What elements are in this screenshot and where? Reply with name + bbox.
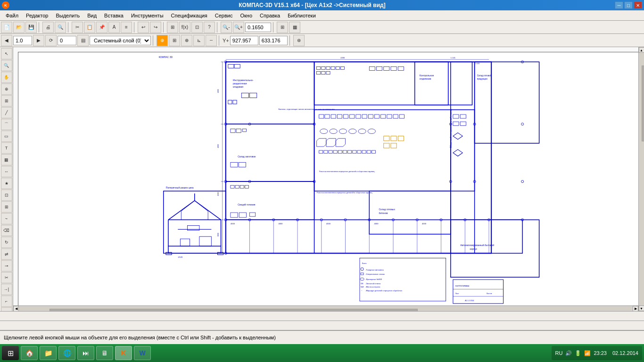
text-tool[interactable]: T xyxy=(1,142,12,154)
menu-tools[interactable]: Инструменты xyxy=(127,12,167,19)
erase-tool[interactable]: ⌫ xyxy=(1,225,12,236)
save-button[interactable]: 💾 xyxy=(25,22,37,33)
coord-x-input[interactable] xyxy=(230,36,258,45)
menu-insert[interactable]: Вставка xyxy=(100,12,127,19)
coord-y-label: Y+ xyxy=(223,38,229,43)
select-tool[interactable]: ↖ xyxy=(1,48,12,59)
zoom-minus[interactable]: 🔍- xyxy=(221,22,232,33)
volume-icon[interactable]: 🔊 xyxy=(565,350,572,356)
svg-text:-Заточной станок: -Заточной станок xyxy=(365,282,380,285)
taskbar-home[interactable]: 🏠 xyxy=(21,346,38,360)
scale-input[interactable] xyxy=(13,36,32,45)
copy-button[interactable]: 📋 xyxy=(84,22,95,33)
menu-select[interactable]: Выделить xyxy=(52,12,83,19)
rotate-tool[interactable]: ↻ xyxy=(1,237,12,248)
grid-tool[interactable]: ⊞ xyxy=(1,95,12,107)
zoom-plus[interactable]: 🔍+ xyxy=(233,22,244,33)
angle-btn[interactable]: ⟳ xyxy=(45,35,57,46)
scroll-thumb-h[interactable] xyxy=(50,309,418,312)
scroll-thumb-v[interactable] xyxy=(642,66,644,141)
snap-grid[interactable]: ⊞ xyxy=(277,22,288,33)
menu-help[interactable]: Справка xyxy=(256,12,284,19)
vertical-scrollbar[interactable]: ▲ ▼ xyxy=(638,47,644,311)
scroll-left-arrow[interactable]: ◀ xyxy=(13,306,19,312)
taskbar-chrome[interactable]: 🌐 xyxy=(58,346,75,360)
props-button[interactable]: ≡ xyxy=(121,22,132,33)
signal-icon: 📶 xyxy=(584,350,591,356)
menu-service[interactable]: Сервис xyxy=(211,12,237,19)
scroll-up-arrow[interactable]: ▲ xyxy=(639,47,644,53)
symbol-tool[interactable]: ★ xyxy=(1,178,12,189)
help-btn[interactable]: ? xyxy=(204,22,215,33)
zoom-tool[interactable]: 🔍 xyxy=(1,60,12,71)
svg-text:3000: 3000 xyxy=(217,233,219,237)
line-tool[interactable]: ╱ xyxy=(1,107,12,118)
drawing-canvas[interactable]: КОМПАС 3D 2200 1.141 Поперечный разрез ц… xyxy=(18,52,639,306)
menu-view[interactable]: Вид xyxy=(83,12,100,19)
horizontal-scrollbar[interactable]: ◀ ▶ xyxy=(13,305,638,311)
canvas-area[interactable]: КОМПАС 3D 2200 1.141 Поперечный разрез ц… xyxy=(13,47,644,311)
view-btn2[interactable]: f(x) xyxy=(179,22,190,33)
scale-up[interactable]: ▶ xyxy=(33,35,44,46)
mirror-tool[interactable]: ⇌ xyxy=(1,248,12,260)
taskbar-monitor[interactable]: 🖥 xyxy=(96,346,113,360)
taskbar-media[interactable]: ⏭ xyxy=(77,346,94,360)
extra-btn[interactable]: ⊛ xyxy=(293,35,305,46)
taskbar-explorer[interactable]: 📁 xyxy=(40,346,57,360)
paste-button[interactable]: 📌 xyxy=(96,22,107,33)
scale-down[interactable]: ◀ xyxy=(1,35,12,46)
scroll-down-arrow[interactable]: ▼ xyxy=(639,305,644,311)
view-btn3[interactable]: ⊡ xyxy=(191,22,203,33)
pan-tool[interactable]: ✋ xyxy=(1,72,12,83)
trace-btn[interactable]: ╌ xyxy=(206,35,217,46)
insert-tool[interactable]: ⊡ xyxy=(1,189,12,201)
fillet-tool[interactable]: ⌐ xyxy=(1,296,12,307)
arc-tool[interactable]: ⌒ xyxy=(1,119,12,130)
svg-text:продукции: продукции xyxy=(477,78,487,80)
view-btn1[interactable]: ⊞ xyxy=(167,22,178,33)
array-tool[interactable]: ⊛ xyxy=(1,307,12,311)
menu-spec[interactable]: Спецификация xyxy=(167,12,211,19)
taskbar-word[interactable]: W xyxy=(134,346,151,360)
print-preview-button[interactable]: 🔍 xyxy=(55,22,66,33)
dim-tool[interactable]: ↔ xyxy=(1,166,12,177)
new-button[interactable]: 📄 xyxy=(1,22,12,33)
coord-y-input[interactable] xyxy=(259,36,288,45)
block-tool[interactable]: ⊞ xyxy=(1,201,12,213)
minimize-button[interactable]: ─ xyxy=(615,1,623,9)
main-area: ↖ 🔍 ✋ ⊕ ⊞ ╱ ⌒ ▭ T ▦ ↔ ★ ⊡ ⊞ ~ ⌫ ↻ ⇌ ⊸ ✂ … xyxy=(0,47,644,311)
curve-tool[interactable]: ~ xyxy=(1,213,12,224)
close-button[interactable]: ✕ xyxy=(634,1,642,9)
menu-file[interactable]: Файл xyxy=(2,12,22,19)
redo-button[interactable]: ↪ xyxy=(150,22,161,33)
cut-button[interactable]: ✂ xyxy=(72,22,83,33)
menu-window[interactable]: Окно xyxy=(236,12,256,19)
grid-btn1[interactable]: ⊞ xyxy=(169,35,180,46)
undo-button[interactable]: ↩ xyxy=(138,22,149,33)
offset-tool[interactable]: ⊸ xyxy=(1,260,12,272)
toolbar-2: ◀ ▶ ⟳ ▤ Системный слой (0) ⊕ ⊞ ⊕ ⊾ ╌ Y+ … xyxy=(0,34,644,47)
format-button[interactable]: A xyxy=(108,22,120,33)
menu-editor[interactable]: Редактор xyxy=(22,12,52,19)
layer-select[interactable]: Системный слой (0) xyxy=(90,36,151,45)
scroll-right-arrow[interactable]: ▶ xyxy=(633,306,638,312)
angle-input[interactable] xyxy=(58,36,76,45)
hatch-tool[interactable]: ▦ xyxy=(1,154,12,165)
trim-tool[interactable]: ✂ xyxy=(1,272,12,283)
start-button[interactable]: ⊞ xyxy=(2,346,19,360)
svg-text:Листов: Листов xyxy=(487,293,492,295)
print-button[interactable]: 🖨 xyxy=(42,22,54,33)
menu-libraries[interactable]: Библиотеки xyxy=(284,12,320,19)
extend-tool[interactable]: →| xyxy=(1,284,12,295)
snap-btn[interactable]: ⊕ xyxy=(157,35,168,46)
measure-tool[interactable]: ⊕ xyxy=(1,83,12,95)
taskbar-systray[interactable]: RU 🔊 🔋 📶 23:23 02.12.2014 xyxy=(552,346,642,360)
taskbar-kompas[interactable]: K xyxy=(115,346,132,360)
snap-obj[interactable]: ▦ xyxy=(289,22,300,33)
grid-btn2[interactable]: ⊕ xyxy=(181,35,192,46)
zoom-input[interactable] xyxy=(245,23,271,32)
orth-btn[interactable]: ⊾ xyxy=(193,35,205,46)
maximize-button[interactable]: □ xyxy=(624,1,633,9)
open-button[interactable]: 📂 xyxy=(13,22,25,33)
rect-tool[interactable]: ▭ xyxy=(1,131,12,142)
